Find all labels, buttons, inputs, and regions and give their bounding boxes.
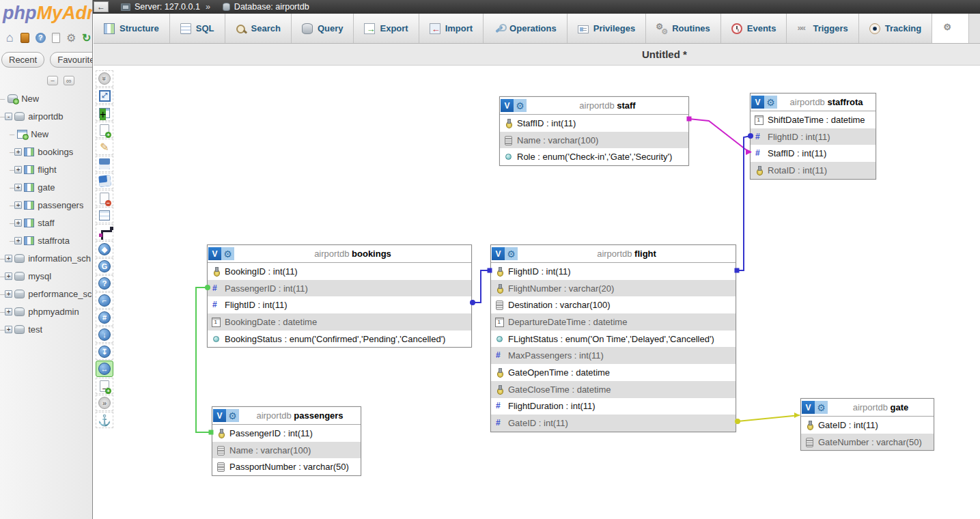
column-row[interactable]: RotaID : int(11) (751, 162, 876, 179)
tab-sql[interactable]: SQL (170, 14, 225, 43)
diagram-table-flight[interactable]: V⚙airportdb flightFlightID : int(11)Flig… (490, 244, 736, 432)
page-plus-icon[interactable]: + (96, 122, 113, 138)
anchor-icon[interactable]: ⚓ (96, 412, 113, 428)
favourites-button[interactable]: Favourites (50, 52, 93, 68)
tab-query[interactable]: Query (292, 14, 354, 43)
sidebar-item-bookings[interactable]: –+bookings (0, 143, 92, 160)
expand-icon[interactable]: + (14, 148, 22, 156)
table-header-staff[interactable]: V⚙airportdb staff (500, 97, 688, 115)
column-row[interactable]: FLightStatus : enum('On Time','Delayed',… (491, 331, 736, 348)
toggle-view-button[interactable]: V (501, 99, 514, 112)
tab-privileges[interactable]: Privileges (568, 14, 646, 43)
expand-icon[interactable]: + (14, 219, 22, 227)
table-header-gate[interactable]: V⚙airportdb gate (801, 399, 934, 417)
toggle-view-button[interactable]: V (208, 247, 221, 260)
column-row[interactable]: GateID : int(11) (491, 415, 736, 432)
tab-structure[interactable]: Structure (94, 14, 170, 43)
diagram-table-gate[interactable]: V⚙airportdb gateGateID : int(11)GateNumb… (800, 398, 934, 451)
sidebar-item-airportdb[interactable]: –-airportdb (0, 107, 92, 125)
column-row[interactable]: PassengerID : int(11) (212, 425, 361, 442)
diagram-table-staff[interactable]: V⚙airportdb staffStaffID : int(11)Name :… (499, 96, 689, 166)
sidebar-item-staff[interactable]: –+staff (0, 214, 92, 232)
save-as-icon[interactable] (96, 173, 113, 189)
corner-circle-icon[interactable]: ⌐ (96, 292, 113, 309)
sidebar-item-phpmyadmin[interactable]: –+phpmyadmin (0, 303, 92, 320)
column-row[interactable]: GateNumber : varchar(50) (801, 434, 934, 451)
table-options-gear-icon[interactable]: ⚙ (221, 247, 234, 260)
toggle-view-button[interactable]: V (492, 247, 505, 260)
expand-icon[interactable]: + (14, 184, 22, 191)
table-header-bookings[interactable]: V⚙airportdb bookings (208, 245, 471, 263)
diagram-table-passengers[interactable]: V⚙airportdb passengersPassengerID : int(… (212, 406, 361, 476)
column-row[interactable]: FlightID : int(11) (491, 263, 736, 280)
toggle-view-button[interactable]: V (802, 401, 815, 414)
tab-routines[interactable]: Routines (646, 14, 721, 43)
diagram-table-bookings[interactable]: V⚙airportdb bookingsBookingID : int(11)P… (207, 244, 472, 348)
expand-icon[interactable]: + (14, 166, 22, 173)
diagram-table-staffrota[interactable]: V⚙airportdb staffrotaShiftDateTime : dat… (750, 93, 876, 180)
help-circle-icon[interactable]: ? (96, 275, 113, 292)
column-row[interactable]: StaffID : int(11) (500, 115, 688, 132)
help-icon[interactable]: ? (35, 32, 46, 44)
tab-search[interactable]: Search (225, 14, 292, 43)
column-row[interactable]: MaxPassengers : int(11) (491, 347, 736, 364)
sidebar-item-new[interactable]: –New (0, 89, 92, 107)
column-row[interactable]: BookingDate : datetime (208, 313, 471, 331)
grid-icon[interactable] (96, 207, 113, 223)
arrow-down-bar-circle-icon[interactable]: ↧ (96, 343, 113, 360)
table-plus-icon[interactable]: + (96, 104, 113, 121)
column-row[interactable]: Destination : varchar(100) (491, 296, 736, 313)
sidebar-item-new[interactable]: –New (0, 125, 92, 143)
arrow-down-circle-icon[interactable]: ↓ (96, 326, 113, 343)
arrow-horizontal-circle-icon[interactable]: ↔ (96, 361, 113, 377)
table-header-flight[interactable]: V⚙airportdb flight (491, 245, 736, 263)
phpmyadmin-logo[interactable]: phpMyAdmin (0, 0, 92, 25)
expand-icon[interactable]: + (5, 308, 12, 315)
sidebar-item-gate[interactable]: –+gate (0, 178, 92, 196)
column-row[interactable]: Name : varchar(100) (212, 442, 361, 459)
table-options-gear-icon[interactable]: ⚙ (505, 247, 518, 260)
expand-icon[interactable]: + (14, 201, 22, 209)
table-options-gear-icon[interactable]: ⚙ (815, 401, 828, 414)
hash-circle-icon[interactable]: # (96, 309, 113, 326)
column-row[interactable]: DepartureDateTime : datetime (491, 313, 736, 331)
toggle-view-button[interactable]: V (213, 409, 226, 422)
tab-tracking[interactable]: Tracking (859, 14, 932, 43)
sidebar-item-performance-sc[interactable]: –+performance_sc (0, 285, 92, 303)
sidebar-item-information-sch[interactable]: –+information_sch (0, 249, 92, 267)
column-row[interactable]: FlightID : int(11) (208, 296, 471, 313)
table-options-gear-icon[interactable]: ⚙ (514, 99, 527, 112)
tab-operations[interactable]: Operations (484, 14, 568, 43)
column-row[interactable]: BookingStatus : enum('Confirmed','Pendin… (208, 331, 471, 348)
sidebar-item-passengers[interactable]: –+passengers (0, 196, 92, 214)
column-row[interactable]: PassportNumber : varchar(50) (212, 458, 361, 475)
expand-icon[interactable]: + (5, 255, 12, 262)
docs-icon[interactable] (51, 32, 62, 44)
expand-icon[interactable]: + (5, 290, 12, 298)
column-row[interactable]: GateID : int(11) (801, 417, 934, 434)
column-row[interactable]: Role : enum('Check-in','Gate','Security'… (500, 148, 688, 165)
tab-export[interactable]: Export (354, 14, 419, 43)
column-row[interactable]: FlightID : int(11) (751, 128, 876, 145)
double-chevron-right-icon[interactable]: » (96, 395, 113, 411)
breadcrumb-server[interactable]: Server: 127.0.0.1 (135, 2, 200, 12)
refresh-icon[interactable]: ↻ (81, 32, 93, 44)
column-row[interactable]: StaffID : int(11) (751, 145, 876, 162)
back-arrow-button[interactable]: ← (94, 1, 109, 12)
tab-designer[interactable] (932, 14, 969, 43)
toggle-view-button[interactable]: V (751, 96, 764, 109)
column-row[interactable]: GateCloseTime : datetime (491, 381, 736, 398)
g-circle-icon[interactable]: G (96, 258, 113, 275)
sidebar-item-flight[interactable]: –+flight (0, 160, 92, 178)
double-chevron-down-icon[interactable]: » (96, 70, 113, 87)
collapse-icon[interactable]: - (5, 113, 12, 120)
expand-icon[interactable]: + (14, 237, 22, 244)
save-icon[interactable] (96, 156, 113, 172)
settings-icon[interactable]: ⚙ (66, 32, 77, 44)
sidebar-item-mysql[interactable]: –+mysql (0, 267, 92, 285)
column-row[interactable]: ShiftDateTime : datetime (751, 111, 876, 128)
collapse-all-icon[interactable]: − (47, 76, 58, 85)
tab-import[interactable]: Import (419, 14, 484, 43)
page-minus-icon[interactable]: − (96, 190, 113, 206)
column-row[interactable]: BookingID : int(11) (208, 263, 471, 280)
